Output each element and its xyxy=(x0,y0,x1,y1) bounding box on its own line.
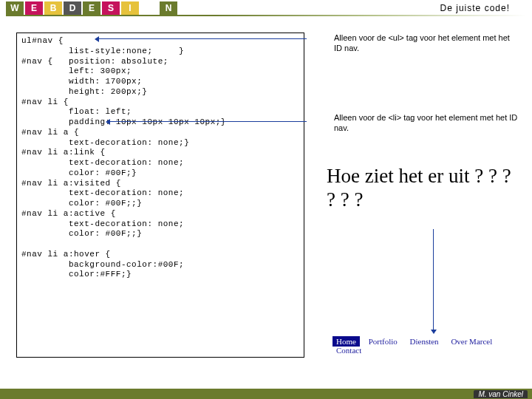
logo-letter: G xyxy=(140,1,158,15)
logo-letter: S xyxy=(102,1,120,15)
annotation-note: Alleen voor de <ul> tag voor het element… xyxy=(334,33,519,54)
footer-credit: M. van Cinkel xyxy=(474,390,528,398)
logo-letter: E xyxy=(25,1,43,15)
logo-letter: E xyxy=(83,1,100,15)
annotation-arrow xyxy=(96,38,307,39)
callout-heading: Hoe ziet het er uit ? ? ? ? ? ? xyxy=(327,164,519,212)
logo-letter: N xyxy=(160,1,177,15)
logo-letter: W xyxy=(6,1,24,15)
annotation-arrow xyxy=(433,229,434,332)
nav-item-contact[interactable]: Contact xyxy=(332,345,365,355)
nav-item-portfolio[interactable]: Portfolio xyxy=(365,336,401,347)
footer: M. van Cinkel xyxy=(0,389,532,399)
logo-letter: I xyxy=(121,1,139,15)
page-title: De juiste code! xyxy=(440,3,510,13)
annotation-note: Alleen voor de <li> tag voor het element… xyxy=(334,112,519,134)
nav-item-over[interactable]: Over Marcel xyxy=(447,336,496,347)
logo-letter: D xyxy=(64,1,81,15)
nav-item-diensten[interactable]: Diensten xyxy=(406,336,443,347)
header-rule xyxy=(6,15,526,16)
annotation-arrow xyxy=(107,121,307,122)
code-block: ul#nav { list-style:none; } #nav { posit… xyxy=(16,33,304,358)
logo-letter: B xyxy=(44,1,62,15)
nav-preview: Home Portfolio Diensten Over Marcel Cont… xyxy=(332,337,532,355)
logo: W E B D E S I G N xyxy=(6,1,179,15)
header: W E B D E S I G N De juiste code! xyxy=(0,1,532,19)
